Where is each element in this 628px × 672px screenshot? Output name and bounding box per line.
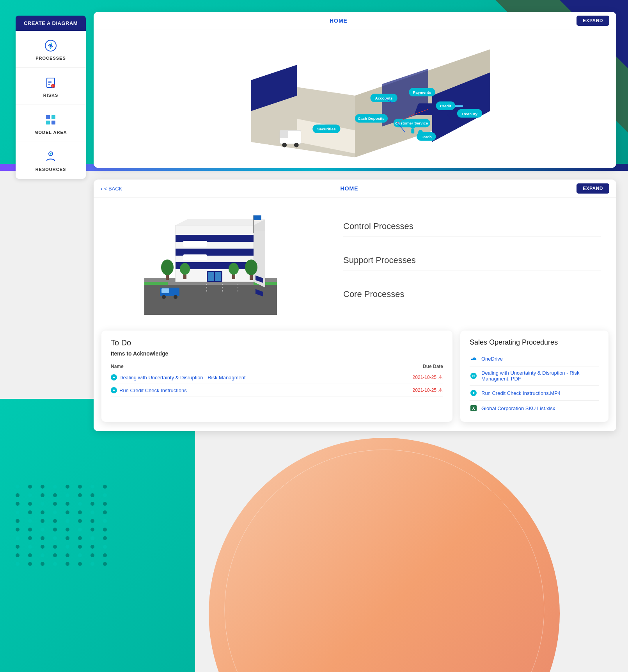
svg-rect-65 [208, 272, 214, 281]
dot [41, 545, 44, 549]
dot [41, 510, 44, 514]
dot [103, 545, 107, 549]
panel-top-home-label: HOME [101, 18, 577, 24]
dot [103, 493, 107, 497]
svg-point-10 [50, 153, 51, 155]
dot [66, 545, 69, 549]
todo-subtitle: Items to Acknowledge [111, 350, 443, 357]
todo-item-name[interactable]: Dealing with Uncertainty & Disruption - … [111, 371, 382, 384]
sop-item[interactable]: X Global Corporation SKU List.xlsx [470, 402, 599, 414]
dot [41, 493, 44, 497]
svg-point-23 [282, 143, 287, 148]
sop-item[interactable]: Run Credit Check Instructions.MP4 [470, 387, 599, 399]
dot [78, 536, 82, 540]
sop-item[interactable]: ↺ Dealing with Uncertainty & Disruption … [470, 368, 599, 384]
panel-top-map: Accounts Payments Cash Deposits Customer… [94, 30, 616, 168]
back-label: < BACK [104, 186, 122, 192]
dot [16, 510, 20, 514]
svg-rect-51 [144, 282, 168, 285]
svg-text:Treasury: Treasury [461, 112, 478, 116]
svg-text:X: X [472, 406, 475, 411]
todo-link-icon [111, 387, 117, 393]
svg-point-1 [50, 44, 52, 47]
dot [78, 510, 82, 514]
svg-marker-60 [176, 219, 265, 225]
sidebar-item-resources[interactable]: RESOURCES [16, 142, 86, 179]
dot [28, 545, 32, 549]
sidebar-item-resources-label: RESOURCES [35, 167, 66, 172]
todo-due-date: 2021-10-25 ⚠ [382, 371, 444, 384]
dot [66, 528, 69, 532]
sop-item-label: Global Corporation SKU List.xlsx [481, 405, 555, 411]
sop-item-label: Dealing with Uncertainty & Disruption - … [481, 370, 599, 382]
svg-rect-62 [183, 241, 207, 247]
dot [53, 536, 57, 540]
dot [103, 510, 107, 514]
todo-link-icon [111, 374, 117, 380]
svg-rect-5 [46, 115, 50, 119]
sop-item-label: Run Credit Check Instructions.MP4 [481, 390, 561, 396]
dot [90, 519, 94, 523]
dot [28, 519, 32, 523]
svg-rect-66 [215, 272, 221, 281]
model-area-icon [43, 112, 59, 128]
control-processes-item[interactable]: Control Processes [343, 217, 601, 236]
panel-bottom-expand-button[interactable]: EXPAND [577, 183, 609, 194]
dot [90, 502, 94, 506]
sidebar-item-model-area[interactable]: MODEL AREA [16, 105, 86, 142]
svg-point-45 [410, 124, 415, 129]
support-processes-item[interactable]: Support Processes [343, 251, 601, 270]
back-chevron-icon: ‹ [101, 185, 103, 192]
dot [66, 493, 69, 497]
dot [16, 536, 20, 540]
dot [78, 545, 82, 549]
dot [41, 485, 44, 489]
dot [53, 493, 57, 497]
svg-text:Credit: Credit [440, 104, 451, 108]
pdf-icon: ↺ [470, 372, 477, 380]
dot [41, 502, 44, 506]
sop-items: OneDrive ↺ Dealing with Uncertainty & Di… [470, 353, 599, 414]
dot [16, 502, 20, 506]
svg-rect-63 [183, 254, 207, 260]
svg-point-47 [418, 130, 423, 135]
dot [66, 553, 69, 557]
todo-item-name[interactable]: Run Credit Check Instructions [111, 384, 382, 397]
dot [53, 562, 57, 566]
dot [103, 536, 107, 540]
sidebar-item-risks[interactable]: ! RISKS [16, 68, 86, 105]
dot [103, 553, 107, 557]
sidebar-item-risks-label: RISKS [43, 93, 59, 98]
dot [16, 562, 20, 566]
todo-row: Dealing with Uncertainty & Disruption - … [111, 371, 443, 384]
sop-title: Sales Operating Procedures [470, 338, 599, 347]
col-due-date: Due Date [382, 362, 444, 371]
sidebar-item-processes-label: PROCESSES [35, 56, 66, 60]
svg-rect-6 [51, 115, 55, 119]
svg-rect-7 [46, 121, 50, 124]
sop-divider [470, 400, 599, 401]
panel-bottom-header: ‹ < BACK HOME EXPAND [94, 180, 616, 198]
dot [90, 536, 94, 540]
sop-card: Sales Operating Procedures OneDrive ↺ De… [460, 331, 608, 422]
sidebar-item-processes[interactable]: PROCESSES [16, 31, 86, 68]
sidebar-items: PROCESSES ! RISKS [16, 31, 86, 179]
panel-bottom-home-label: HOME [122, 185, 577, 192]
dot [78, 485, 82, 489]
panel-top-expand-button[interactable]: EXPAND [577, 16, 609, 26]
panel-top: HOME EXPAND [94, 12, 616, 168]
dot [90, 553, 94, 557]
dot [16, 553, 20, 557]
dot [28, 528, 32, 532]
todo-item-label: Run Credit Check Instructions [119, 388, 187, 393]
dot [53, 485, 57, 489]
svg-rect-80 [254, 215, 261, 220]
sop-item[interactable]: OneDrive [470, 353, 599, 364]
svg-text:!: ! [52, 85, 53, 88]
dot [16, 545, 20, 549]
core-processes-item[interactable]: Core Processes [343, 284, 601, 304]
dot [16, 493, 20, 497]
dot [41, 528, 44, 532]
panel-top-header: HOME EXPAND [94, 12, 616, 30]
back-button[interactable]: ‹ < BACK [101, 185, 122, 192]
